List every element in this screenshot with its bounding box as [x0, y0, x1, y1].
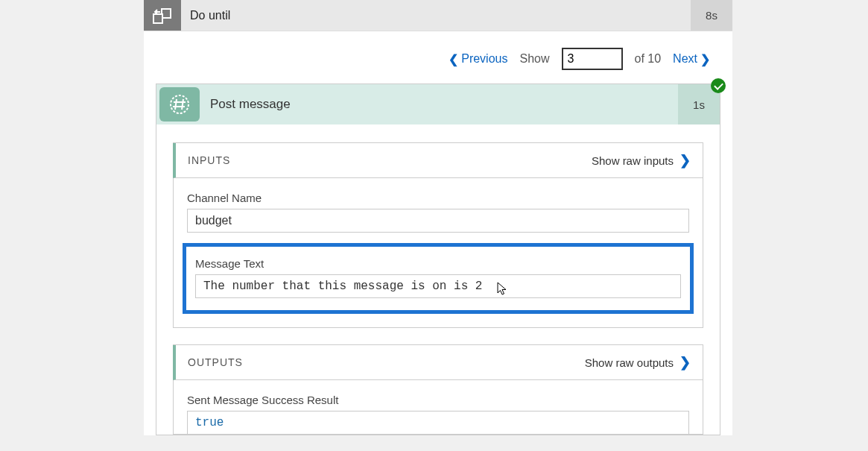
- sent-success-value[interactable]: true: [187, 411, 689, 434]
- do-until-icon: [144, 0, 181, 31]
- show-raw-outputs-label: Show raw outputs: [585, 356, 674, 369]
- do-until-header[interactable]: Do until 8s: [144, 0, 732, 31]
- next-label: Next: [673, 52, 697, 66]
- outputs-header: OUTPUTS Show raw outputs ❯: [173, 345, 703, 380]
- chevron-right-icon: ❯: [700, 52, 710, 66]
- post-message-card: Post message 1s INPUTS Show raw inputs ❯: [156, 83, 720, 435]
- previous-button[interactable]: ❮ Previous: [449, 52, 507, 66]
- next-button[interactable]: Next ❯: [673, 52, 710, 66]
- of-total-label: of 10: [635, 52, 662, 66]
- channel-name-label: Channel Name: [187, 192, 689, 204]
- sent-success-field: Sent Message Success Result true: [187, 394, 689, 434]
- inputs-header: INPUTS Show raw inputs ❯: [173, 143, 703, 178]
- show-raw-inputs-label: Show raw inputs: [592, 154, 674, 167]
- hash-icon: [159, 87, 200, 122]
- do-until-title: Do until: [181, 0, 691, 31]
- run-details-panel: Do until 8s ❮ Previous Show of 10 Next ❯: [144, 0, 732, 435]
- inputs-section: INPUTS Show raw inputs ❯ Channel Name bu…: [173, 142, 703, 328]
- svg-rect-1: [153, 14, 162, 23]
- channel-name-value[interactable]: budget: [187, 209, 689, 233]
- channel-name-field: Channel Name budget: [187, 192, 689, 233]
- post-message-title: Post message: [200, 84, 678, 124]
- chevron-left-icon: ❮: [449, 52, 458, 66]
- svg-line-4: [175, 99, 177, 110]
- success-check-icon: [711, 78, 726, 93]
- inputs-heading: INPUTS: [188, 154, 230, 166]
- page-number-input[interactable]: [562, 48, 623, 70]
- show-raw-outputs-button[interactable]: Show raw outputs ❯: [585, 354, 691, 370]
- do-until-duration: 8s: [691, 0, 732, 31]
- previous-label: Previous: [461, 52, 507, 66]
- show-label: Show: [519, 52, 549, 66]
- message-text-highlight: Message Text The number that this messag…: [183, 243, 694, 314]
- message-text-value[interactable]: The number that this message is on is 2: [195, 274, 681, 298]
- message-text-label: Message Text: [195, 257, 681, 270]
- svg-point-3: [171, 95, 189, 113]
- chevron-right-icon: ❯: [679, 354, 691, 370]
- outputs-heading: OUTPUTS: [188, 356, 243, 368]
- post-message-header[interactable]: Post message 1s: [156, 84, 720, 124]
- show-raw-inputs-button[interactable]: Show raw inputs ❯: [592, 152, 691, 168]
- svg-line-5: [182, 99, 183, 110]
- sent-success-label: Sent Message Success Result: [187, 394, 689, 406]
- iteration-pager: ❮ Previous Show of 10 Next ❯: [144, 31, 732, 83]
- chevron-right-icon: ❯: [679, 152, 691, 168]
- outputs-section: OUTPUTS Show raw outputs ❯ Sent Message …: [173, 344, 703, 435]
